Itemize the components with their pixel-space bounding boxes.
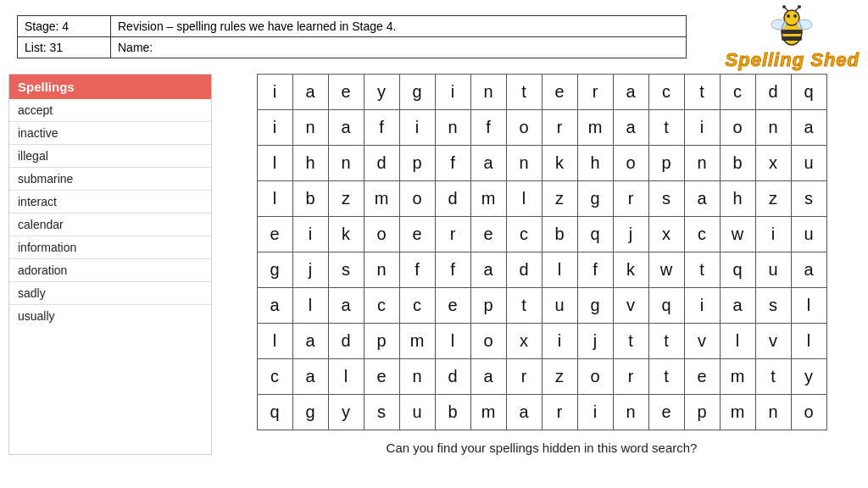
grid-cell: e [399,217,435,252]
grid-cell: v [684,324,720,359]
logo-area: Spelling Shed [726,4,860,69]
grid-cell: d [364,146,399,181]
stage-label: Stage: 4 [18,16,111,36]
spellings-list: acceptinactiveillegalsubmarineinteractca… [9,99,211,327]
grid-cell: i [257,75,292,110]
grid-cell: n [506,146,542,181]
grid-cell: e [364,359,399,395]
grid-cell: n [399,359,435,395]
grid-cell: g [577,288,613,324]
svg-point-7 [782,5,786,8]
grid-cell: g [257,252,292,288]
grid-cell: m [577,110,613,146]
grid-cell: b [292,181,328,217]
grid-cell: a [328,110,364,146]
grid-row: calendarzortemty [257,359,826,395]
grid-cell: m [364,181,399,217]
grid-cell: a [292,359,328,395]
spellings-panel: Spellings acceptinactiveillegalsubmarine… [8,74,212,455]
header-box: Stage: 4 Revision – spelling rules we ha… [17,15,687,58]
spelling-item: sadly [9,282,211,305]
grid-row: inafinformationa [257,110,826,146]
grid-cell: e [542,75,577,110]
grid-cell: a [613,110,648,146]
spelling-item: interact [9,191,211,214]
grid-cell: d [328,324,364,359]
grid-cell: r [542,395,577,430]
grid-cell: t [684,75,720,110]
grid-cell: z [328,181,364,217]
grid-cell: i [292,217,328,252]
spelling-item: adoration [9,259,211,282]
grid-cell: a [470,359,506,395]
grid-cell: i [435,75,470,110]
grid-row: eikoerecbqjxcwiu [257,217,826,252]
grid-cell: f [435,146,470,181]
grid-cell: x [506,324,542,359]
grid-cell: j [613,217,648,252]
svg-point-5 [793,14,797,18]
grid-cell: l [257,146,292,181]
grid-cell: t [648,359,684,395]
grid-cell: e [257,217,292,252]
grid-row: iaeyginteractcdq [257,75,826,110]
grid-cell: d [755,75,791,110]
grid-cell: p [684,395,720,430]
grid-cell: e [435,288,470,324]
grid-cell: j [577,324,613,359]
grid-cell: w [720,217,755,252]
logo-text: Spelling Shed [726,51,860,69]
spelling-item: inactive [9,122,211,145]
grid-cell: h [577,146,613,181]
grid-cell: n [613,395,648,430]
grid-cell: t [755,359,791,395]
grid-cell: k [328,217,364,252]
grid-cell: h [292,146,328,181]
grid-cell: a [470,252,506,288]
grid-cell: n [470,75,506,110]
grid-row: ladpmloxijttvlvl [257,324,826,359]
grid-cell: e [470,217,506,252]
grid-cell: x [648,217,684,252]
spelling-item: information [9,236,211,259]
grid-row: gjsnffadlfkwtqua [257,252,826,288]
grid-cell: s [648,181,684,217]
grid-row: qgysubmarinepmno [257,395,826,430]
grid-cell: t [648,110,684,146]
grid-cell: b [435,395,470,430]
grid-cell: m [470,395,506,430]
grid-cell: o [399,181,435,217]
grid-cell: l [257,181,292,217]
grid-cell: a [292,75,328,110]
grid-cell: i [577,395,613,430]
grid-cell: s [755,288,791,324]
grid-cell: l [292,288,328,324]
grid-cell: n [328,146,364,181]
grid-cell: s [791,181,826,217]
grid-cell: n [755,395,791,430]
name-label: Name: [111,37,159,58]
grid-cell: u [755,252,791,288]
grid-cell: x [755,146,791,181]
grid-cell: r [506,359,542,395]
svg-point-10 [771,19,787,30]
grid-cell: f [364,110,399,146]
grid-cell: p [399,146,435,181]
grid-cell: b [720,146,755,181]
wordsearch-area: iaeyginteractcdqinafinformationalhndpfan… [224,74,860,455]
grid-cell: c [720,75,755,110]
grid-cell: c [506,217,542,252]
grid-cell: t [648,324,684,359]
stage-value: Revision – spelling rules we have learne… [111,16,403,36]
main-content: Spellings acceptinactiveillegalsubmarine… [0,74,868,455]
grid-cell: r [435,217,470,252]
grid-row: lbzmodmlzgrsahzs [257,181,826,217]
spelling-item: calendar [9,214,211,236]
grid-cell: a [506,395,542,430]
grid-cell: k [542,146,577,181]
grid-cell: w [648,252,684,288]
grid-cell: e [328,75,364,110]
grid-cell: p [648,146,684,181]
grid-cell: q [257,395,292,430]
grid-cell: f [435,252,470,288]
